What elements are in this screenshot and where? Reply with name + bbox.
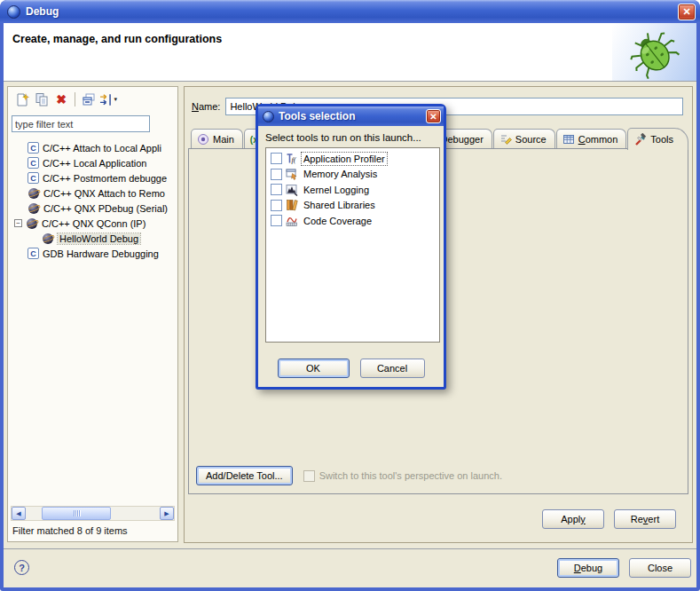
c-application-icon: C	[28, 248, 39, 259]
launch-config-sidebar: ✦ ✖	[7, 86, 178, 542]
bug-image-panel	[612, 23, 696, 81]
shared-libraries-icon	[286, 200, 298, 211]
help-icon[interactable]: ?	[14, 560, 29, 575]
tool-row-kernel-logging[interactable]: Kernel Logging	[268, 182, 437, 198]
filter-text-input[interactable]	[12, 115, 150, 132]
tab-common[interactable]: Common	[556, 129, 627, 149]
page-title: Create, manage, and run configurations	[12, 33, 222, 45]
memory-analysis-icon	[286, 169, 298, 180]
cancel-button[interactable]: Cancel	[360, 359, 425, 378]
duplicate-launch-configuration-icon[interactable]	[32, 90, 51, 109]
filter-match-status: Filter matched 8 of 9 items	[12, 525, 128, 536]
dialog-titlebar[interactable]: Tools selection ✕	[258, 106, 444, 126]
tool-row-memory-analysis[interactable]: Memory Analysis	[268, 167, 437, 183]
c-application-icon: C	[28, 142, 39, 154]
qnx-globe-icon	[28, 202, 40, 214]
svg-text:f(: f(	[292, 155, 297, 164]
collapse-all-icon[interactable]	[79, 90, 98, 109]
scroll-right-arrow-icon[interactable]: ▶	[160, 507, 174, 520]
debug-button[interactable]: Debug	[557, 558, 619, 578]
perspective-checkbox[interactable]	[303, 470, 315, 482]
tree-item-cpp-attach-local[interactable]: C C/C++ Attach to Local Appli	[8, 140, 177, 155]
c-application-icon: C	[28, 172, 39, 184]
qnx-globe-icon	[28, 187, 40, 199]
debug-window: Debug ✕ Create, manage, and run configur…	[0, 0, 700, 591]
tool-row-code-coverage[interactable]: Code Coverage	[268, 213, 437, 229]
filter-dropdown-caret[interactable]: ▾	[114, 96, 117, 103]
tree-item-gdb-hardware-debugging[interactable]: C GDB Hardware Debugging	[8, 246, 177, 261]
code-coverage-checkbox[interactable]	[271, 215, 282, 226]
application-profiler-icon: f(	[286, 153, 298, 164]
kernel-logging-icon	[286, 184, 298, 195]
qnx-globe-icon	[26, 217, 38, 229]
dialog-instruction: Select tools to run on this launch...	[265, 132, 437, 143]
tool-row-application-profiler[interactable]: f( Application Profiler	[268, 151, 437, 167]
sidebar-toolbar: ✦ ✖	[8, 87, 177, 112]
filter-launch-configurations-icon[interactable]: ▾	[98, 90, 118, 109]
collapse-expander-icon[interactable]: −	[14, 219, 22, 227]
kernel-logging-checkbox[interactable]	[271, 184, 282, 195]
memory-analysis-checkbox[interactable]	[271, 169, 282, 180]
tree-item-qnx-qconn-ip[interactable]: − C/C++ QNX QConn (IP)	[8, 216, 177, 231]
code-coverage-icon	[286, 215, 298, 226]
application-profiler-checkbox[interactable]	[271, 153, 282, 164]
perspective-checkbox-label: Switch to this tool's perspective on lau…	[319, 470, 502, 481]
delete-launch-configuration-icon[interactable]: ✖	[51, 90, 71, 109]
header-banner: Create, manage, and run configurations	[4, 23, 696, 82]
common-table-icon	[562, 133, 575, 146]
window-close-button[interactable]: ✕	[678, 4, 696, 20]
new-launch-configuration-icon[interactable]: ✦	[12, 90, 32, 109]
eclipse-app-icon	[263, 111, 274, 122]
name-label: Name:	[192, 101, 220, 112]
launch-config-tree: C C/C++ Attach to Local Appli C C/C++ Lo…	[8, 140, 177, 499]
c-application-icon: C	[28, 157, 39, 169]
main-target-icon	[197, 133, 209, 146]
shared-libraries-checkbox[interactable]	[271, 200, 282, 211]
green-bug-icon	[620, 26, 684, 79]
tree-item-cpp-local-application[interactable]: C C/C++ Local Application	[8, 155, 177, 170]
apply-button[interactable]: Apply	[542, 509, 604, 529]
revert-button[interactable]: Revert	[614, 509, 676, 529]
tree-item-cpp-postmortem[interactable]: C C/C++ Postmortem debugge	[8, 170, 177, 185]
eclipse-app-icon	[7, 5, 20, 19]
tab-main[interactable]: Main	[191, 129, 243, 149]
tree-item-helloworld-debug[interactable]: HelloWorld Debug	[8, 231, 177, 246]
toolbar-separator	[75, 92, 75, 106]
qnx-globe-icon	[42, 232, 54, 244]
tree-item-qnx-pdebug-serial[interactable]: C/C++ QNX PDebug (Serial)	[8, 201, 177, 216]
tools-list: f( Application Profiler Memory Analysis	[265, 147, 440, 343]
ok-button[interactable]: OK	[278, 359, 350, 378]
tab-source[interactable]: Source	[493, 129, 555, 149]
footer-bar: ? Debug Close	[4, 549, 696, 587]
window-title: Debug	[26, 5, 59, 18]
window-titlebar[interactable]: Debug ✕	[0, 0, 700, 23]
scroll-left-arrow-icon[interactable]: ◀	[12, 507, 26, 520]
tool-row-shared-libraries[interactable]: Shared Libraries	[268, 198, 437, 214]
close-button[interactable]: Close	[629, 558, 691, 578]
dialog-close-button[interactable]: ✕	[426, 109, 441, 123]
scrollbar-track[interactable]	[26, 507, 160, 520]
tree-item-qnx-attach-remote[interactable]: C/C++ QNX Attach to Remo	[8, 185, 177, 201]
svg-text:✦: ✦	[22, 92, 29, 102]
dialog-title: Tools selection	[279, 110, 426, 122]
tab-tools[interactable]: Tools	[627, 128, 688, 150]
scrollbar-thumb[interactable]	[42, 507, 111, 520]
tools-selection-dialog: Tools selection ✕ Select tools to run on…	[256, 104, 446, 390]
tree-horizontal-scrollbar[interactable]: ◀ ▶	[11, 506, 175, 521]
add-delete-tool-button[interactable]: Add/Delete Tool...	[196, 466, 293, 485]
source-tree-icon	[499, 133, 512, 146]
tools-icon	[633, 133, 647, 146]
